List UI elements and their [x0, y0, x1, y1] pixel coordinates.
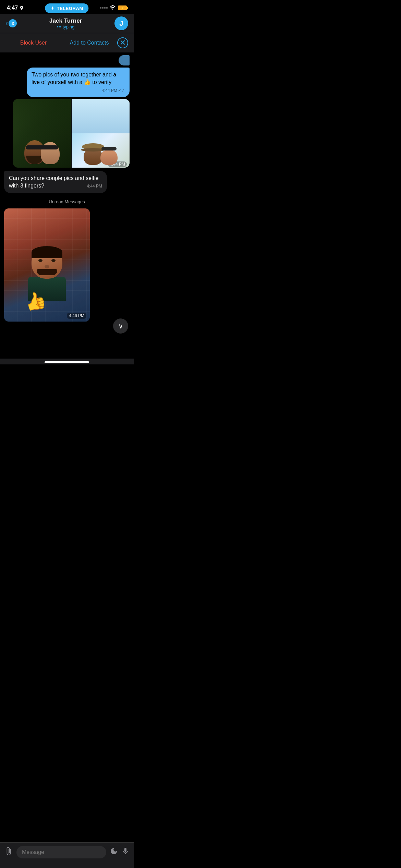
home-indicator	[0, 359, 134, 364]
avatar-initial: J	[119, 20, 123, 27]
incoming-text-1: Can you share couple pics and selfie wit…	[9, 175, 99, 189]
incoming-image-time-label: 4:46 PM	[69, 313, 84, 318]
nav-header: ‹ 3 Jack Turner ••• typing J	[0, 14, 134, 33]
avatar[interactable]: J	[114, 16, 128, 30]
dismiss-button[interactable]: ✕	[117, 37, 128, 48]
outgoing-message-1: Two pics of you two together and a live …	[4, 68, 130, 97]
back-chevron-icon: ‹	[5, 20, 8, 27]
incoming-image-wrap[interactable]: 👍 4:46 PM	[4, 208, 90, 322]
unread-label: Unread Messages	[49, 199, 85, 204]
time-label: 4:47	[7, 5, 18, 11]
chat-area: Two pics of you two together and a live …	[0, 52, 134, 359]
time-label-1: 4:44 PM	[102, 88, 117, 94]
status-right-icons: ⚡	[100, 5, 127, 11]
incoming-time-1: 4:44 PM	[87, 183, 102, 189]
telegram-banner[interactable]: ✈ TELEGRAM	[45, 3, 88, 13]
incoming-message-1: Can you share couple pics and selfie wit…	[4, 171, 130, 193]
partial-message	[4, 55, 130, 65]
incoming-time-label-1: 4:44 PM	[87, 184, 102, 189]
message-time-1: 4:44 PM ✓✓	[102, 88, 125, 94]
location-icon	[19, 5, 24, 10]
telegram-label: TELEGRAM	[57, 6, 83, 11]
contact-info: Jack Turner ••• typing	[49, 17, 82, 29]
status-text: typing	[63, 24, 75, 29]
home-bar	[45, 361, 89, 363]
signal-icon	[100, 7, 108, 9]
contact-status: ••• typing	[49, 24, 82, 29]
bubble-out-1: Two pics of you two together and a live …	[27, 68, 130, 97]
battery-icon: ⚡	[118, 5, 127, 10]
incoming-image-time: 4:46 PM	[67, 313, 86, 319]
chevron-down-icon: ∨	[118, 322, 123, 330]
status-bar: 4:47 ✈ TELEGRAM ⚡	[0, 0, 134, 14]
action-bar: Block User Add to Contacts ✕	[0, 33, 134, 52]
outgoing-images: 4:44 PM	[4, 99, 130, 169]
read-checkmarks-1: ✓✓	[118, 88, 125, 94]
status-time: 4:47	[7, 5, 24, 11]
unread-divider: Unread Messages	[4, 195, 130, 208]
telegram-arrow-icon: ✈	[50, 5, 55, 11]
selfie-canvas: 👍	[4, 208, 90, 322]
block-user-button[interactable]: Block User	[5, 40, 61, 46]
back-button[interactable]: ‹ 3	[5, 19, 17, 27]
couple-photos-grid	[13, 99, 130, 168]
back-badge: 3	[9, 19, 17, 27]
add-to-contacts-button[interactable]: Add to Contacts	[61, 40, 117, 46]
wifi-icon	[110, 5, 116, 11]
back-count: 3	[12, 21, 14, 26]
contact-name: Jack Turner	[49, 17, 82, 24]
typing-dots-icon: •••	[57, 24, 62, 29]
incoming-image-1: 👍 4:46 PM	[4, 208, 130, 322]
couple-photo-2[interactable]	[72, 99, 130, 168]
message-text-1: Two pics of you two together and a live …	[32, 72, 116, 85]
bubble-in-1: Can you share couple pics and selfie wit…	[4, 171, 107, 193]
couple-photo-1[interactable]	[13, 99, 71, 168]
close-icon: ✕	[120, 39, 126, 47]
battery-bolt: ⚡	[120, 6, 124, 10]
